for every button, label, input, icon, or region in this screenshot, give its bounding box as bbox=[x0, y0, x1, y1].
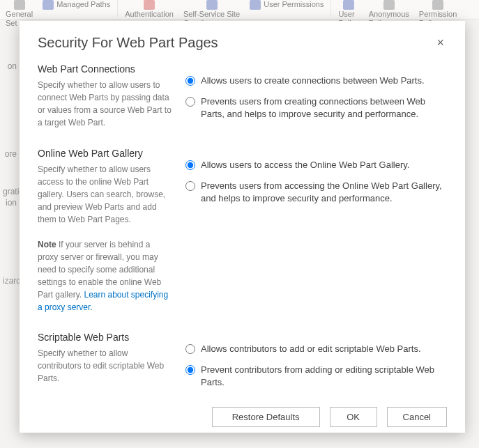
section-title: Scriptable Web Parts bbox=[38, 332, 172, 343]
note-label: Note bbox=[38, 240, 56, 249]
radio-connections-prevent[interactable]: Prevents users from creating connections… bbox=[185, 95, 447, 121]
section-right: Allows users to access the Online Web Pa… bbox=[185, 148, 447, 214]
section-right: Allows users to create connections betwe… bbox=[185, 63, 447, 130]
radio-scriptable-allow[interactable]: Allows contributors to add or edit scrip… bbox=[185, 343, 447, 355]
radio-label: Allows users to create connections betwe… bbox=[201, 75, 425, 87]
section-title: Web Part Connections bbox=[38, 63, 172, 75]
section-desc: Specify whether to allow users access to… bbox=[38, 163, 172, 314]
ok-button[interactable]: OK bbox=[330, 407, 377, 427]
section-scriptable: Scriptable Web Parts Specify whether to … bbox=[38, 332, 447, 398]
radio-input[interactable] bbox=[185, 365, 195, 375]
cancel-button[interactable]: Cancel bbox=[387, 407, 447, 427]
section-desc: Specify whether to allow contributors to… bbox=[38, 347, 172, 385]
radio-label: Allows contributors to add or edit scrip… bbox=[201, 343, 421, 355]
section-online-gallery: Online Web Part Gallery Specify whether … bbox=[38, 148, 447, 314]
close-button[interactable]: × bbox=[434, 35, 447, 50]
section-title: Online Web Part Gallery bbox=[38, 148, 172, 159]
radio-input[interactable] bbox=[185, 181, 195, 191]
restore-defaults-button[interactable]: Restore Defaults bbox=[212, 407, 320, 427]
radio-gallery-allow[interactable]: Allows users to access the Online Web Pa… bbox=[185, 159, 447, 171]
modal-footer: Restore Defaults OK Cancel bbox=[38, 397, 447, 427]
modal-header: Security For Web Part Pages × bbox=[38, 35, 447, 63]
section-left: Web Part Connections Specify whether to … bbox=[38, 63, 172, 129]
radio-input[interactable] bbox=[185, 97, 195, 107]
radio-input[interactable] bbox=[185, 76, 195, 86]
section-left: Scriptable Web Parts Specify whether to … bbox=[38, 332, 172, 385]
radio-connections-allow[interactable]: Allows users to create connections betwe… bbox=[185, 75, 447, 87]
radio-label: Allows users to access the Online Web Pa… bbox=[201, 159, 409, 171]
radio-label: Prevents users from accessing the Online… bbox=[201, 180, 447, 205]
radio-input[interactable] bbox=[185, 160, 195, 170]
section-desc: Specify whether to allow users to connec… bbox=[38, 79, 172, 129]
section-web-part-connections: Web Part Connections Specify whether to … bbox=[38, 63, 447, 130]
section-left: Online Web Part Gallery Specify whether … bbox=[38, 148, 172, 314]
radio-scriptable-prevent[interactable]: Prevent contributors from adding or edit… bbox=[185, 364, 447, 389]
desc-text: Specify whether to allow users access to… bbox=[38, 164, 165, 224]
close-icon: × bbox=[436, 36, 444, 49]
radio-gallery-prevent[interactable]: Prevents users from accessing the Online… bbox=[185, 180, 447, 205]
security-modal: Security For Web Part Pages × Web Part C… bbox=[20, 21, 465, 433]
modal-title: Security For Web Part Pages bbox=[38, 35, 218, 51]
radio-input[interactable] bbox=[185, 344, 195, 354]
section-right: Allows contributors to add or edit scrip… bbox=[185, 332, 447, 398]
radio-label: Prevent contributors from adding or edit… bbox=[201, 364, 447, 389]
radio-label: Prevents users from creating connections… bbox=[201, 95, 447, 121]
